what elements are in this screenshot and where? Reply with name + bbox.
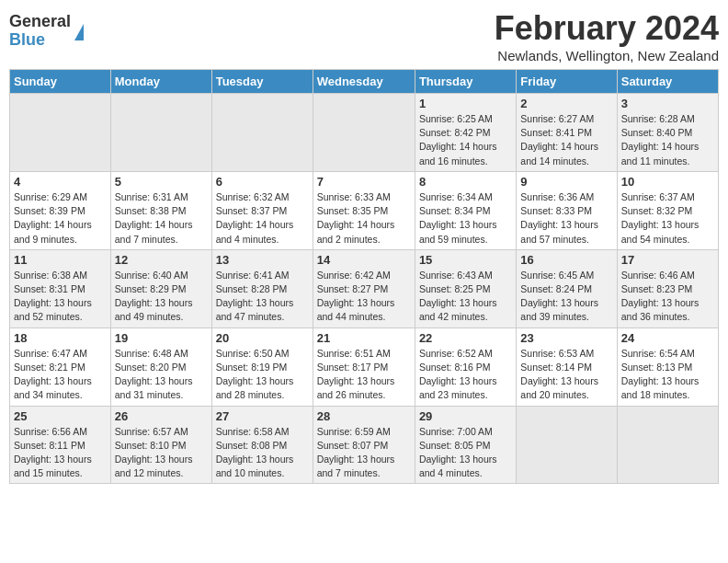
calendar-cell: 18Sunrise: 6:47 AM Sunset: 8:21 PM Dayli…: [10, 327, 111, 406]
day-info: Sunrise: 6:34 AM Sunset: 8:34 PM Dayligh…: [419, 190, 512, 247]
day-info: Sunrise: 6:52 AM Sunset: 8:16 PM Dayligh…: [419, 347, 512, 403]
day-number: 5: [115, 175, 208, 189]
calendar-cell: 14Sunrise: 6:42 AM Sunset: 8:27 PM Dayli…: [313, 249, 415, 327]
weekday-header-friday: Friday: [517, 70, 617, 94]
day-info: Sunrise: 6:38 AM Sunset: 8:31 PM Dayligh…: [14, 269, 107, 325]
weekday-header-saturday: Saturday: [617, 70, 718, 94]
weekday-header-row: SundayMondayTuesdayWednesdayThursdayFrid…: [10, 70, 719, 94]
calendar-cell: [313, 94, 415, 172]
day-number: 11: [14, 253, 107, 267]
calendar-cell: 2Sunrise: 6:27 AM Sunset: 8:41 PM Daylig…: [517, 94, 617, 172]
week-row-5: 25Sunrise: 6:56 AM Sunset: 8:11 PM Dayli…: [10, 406, 719, 484]
logo-text: General Blue: [9, 13, 71, 50]
calendar-cell: 24Sunrise: 6:54 AM Sunset: 8:13 PM Dayli…: [617, 327, 718, 406]
calendar-cell: 10Sunrise: 6:37 AM Sunset: 8:32 PM Dayli…: [617, 171, 718, 249]
location-title: Newlands, Wellington, New Zealand: [495, 48, 719, 63]
day-info: Sunrise: 6:40 AM Sunset: 8:29 PM Dayligh…: [115, 269, 208, 325]
day-number: 10: [621, 175, 714, 189]
day-info: Sunrise: 6:53 AM Sunset: 8:14 PM Dayligh…: [520, 347, 612, 403]
day-number: 13: [216, 253, 309, 267]
day-number: 9: [520, 175, 612, 189]
day-info: Sunrise: 6:36 AM Sunset: 8:33 PM Dayligh…: [520, 190, 612, 247]
day-number: 8: [419, 175, 512, 189]
day-number: 2: [520, 97, 612, 110]
day-number: 22: [419, 331, 512, 345]
day-info: Sunrise: 6:59 AM Sunset: 8:07 PM Dayligh…: [317, 425, 411, 481]
day-info: Sunrise: 6:42 AM Sunset: 8:27 PM Dayligh…: [317, 269, 411, 325]
day-info: Sunrise: 6:37 AM Sunset: 8:32 PM Dayligh…: [621, 190, 714, 247]
day-number: 12: [115, 253, 208, 267]
day-info: Sunrise: 6:57 AM Sunset: 8:10 PM Dayligh…: [115, 425, 208, 481]
day-number: 16: [520, 253, 612, 267]
day-number: 14: [317, 253, 411, 267]
day-number: 6: [216, 175, 309, 189]
calendar-cell: 22Sunrise: 6:52 AM Sunset: 8:16 PM Dayli…: [415, 327, 516, 406]
calendar-cell: 11Sunrise: 6:38 AM Sunset: 8:31 PM Dayli…: [10, 249, 111, 327]
calendar-cell: 1Sunrise: 6:25 AM Sunset: 8:42 PM Daylig…: [415, 94, 516, 172]
title-area: February 2024 Newlands, Wellington, New …: [495, 9, 719, 63]
day-info: Sunrise: 6:45 AM Sunset: 8:24 PM Dayligh…: [520, 269, 612, 325]
month-title: February 2024: [495, 9, 719, 48]
day-number: 18: [14, 331, 107, 345]
logo-general: General: [9, 13, 71, 31]
calendar-table: SundayMondayTuesdayWednesdayThursdayFrid…: [9, 69, 719, 484]
week-row-2: 4Sunrise: 6:29 AM Sunset: 8:39 PM Daylig…: [10, 171, 719, 249]
day-info: Sunrise: 6:51 AM Sunset: 8:17 PM Dayligh…: [317, 347, 411, 403]
day-number: 27: [216, 409, 309, 423]
calendar-cell: 16Sunrise: 6:45 AM Sunset: 8:24 PM Dayli…: [517, 249, 617, 327]
day-info: Sunrise: 6:43 AM Sunset: 8:25 PM Dayligh…: [419, 269, 512, 325]
day-info: Sunrise: 6:32 AM Sunset: 8:37 PM Dayligh…: [216, 190, 309, 247]
day-number: 1: [419, 97, 512, 110]
calendar-cell: 5Sunrise: 6:31 AM Sunset: 8:38 PM Daylig…: [110, 171, 211, 249]
calendar-cell: 17Sunrise: 6:46 AM Sunset: 8:23 PM Dayli…: [617, 249, 718, 327]
day-info: Sunrise: 6:33 AM Sunset: 8:35 PM Dayligh…: [317, 190, 411, 247]
day-info: Sunrise: 6:41 AM Sunset: 8:28 PM Dayligh…: [216, 269, 309, 325]
day-info: Sunrise: 6:25 AM Sunset: 8:42 PM Dayligh…: [419, 112, 512, 168]
calendar-cell: 21Sunrise: 6:51 AM Sunset: 8:17 PM Dayli…: [313, 327, 415, 406]
day-info: Sunrise: 6:28 AM Sunset: 8:40 PM Dayligh…: [621, 112, 714, 168]
day-info: Sunrise: 6:27 AM Sunset: 8:41 PM Dayligh…: [520, 112, 612, 168]
day-number: 23: [520, 331, 612, 345]
calendar-cell: 26Sunrise: 6:57 AM Sunset: 8:10 PM Dayli…: [110, 406, 211, 484]
day-info: Sunrise: 6:48 AM Sunset: 8:20 PM Dayligh…: [115, 347, 208, 403]
day-number: 15: [419, 253, 512, 267]
day-number: 25: [14, 409, 107, 423]
calendar-cell: 20Sunrise: 6:50 AM Sunset: 8:19 PM Dayli…: [211, 327, 313, 406]
calendar-cell: 13Sunrise: 6:41 AM Sunset: 8:28 PM Dayli…: [211, 249, 313, 327]
weekday-header-sunday: Sunday: [10, 70, 111, 94]
calendar-cell: [617, 406, 718, 484]
calendar-cell: [211, 94, 313, 172]
day-info: Sunrise: 7:00 AM Sunset: 8:05 PM Dayligh…: [419, 425, 512, 481]
day-number: 7: [317, 175, 411, 189]
logo-blue: Blue: [9, 31, 71, 50]
weekday-header-monday: Monday: [110, 70, 211, 94]
weekday-header-tuesday: Tuesday: [211, 70, 313, 94]
calendar-cell: 3Sunrise: 6:28 AM Sunset: 8:40 PM Daylig…: [617, 94, 718, 172]
weekday-header-thursday: Thursday: [415, 70, 516, 94]
day-number: 26: [115, 409, 208, 423]
calendar-cell: 8Sunrise: 6:34 AM Sunset: 8:34 PM Daylig…: [415, 171, 516, 249]
calendar-cell: [517, 406, 617, 484]
week-row-3: 11Sunrise: 6:38 AM Sunset: 8:31 PM Dayli…: [10, 249, 719, 327]
calendar-cell: 25Sunrise: 6:56 AM Sunset: 8:11 PM Dayli…: [10, 406, 111, 484]
calendar-cell: 7Sunrise: 6:33 AM Sunset: 8:35 PM Daylig…: [313, 171, 415, 249]
calendar-cell: 28Sunrise: 6:59 AM Sunset: 8:07 PM Dayli…: [313, 406, 415, 484]
day-number: 20: [216, 331, 309, 345]
day-info: Sunrise: 6:56 AM Sunset: 8:11 PM Dayligh…: [14, 425, 107, 481]
header: General Blue February 2024 Newlands, Wel…: [9, 9, 719, 63]
day-info: Sunrise: 6:47 AM Sunset: 8:21 PM Dayligh…: [14, 347, 107, 403]
day-info: Sunrise: 6:31 AM Sunset: 8:38 PM Dayligh…: [115, 190, 208, 247]
calendar-cell: 23Sunrise: 6:53 AM Sunset: 8:14 PM Dayli…: [517, 327, 617, 406]
calendar-cell: 19Sunrise: 6:48 AM Sunset: 8:20 PM Dayli…: [110, 327, 211, 406]
calendar-cell: 12Sunrise: 6:40 AM Sunset: 8:29 PM Dayli…: [110, 249, 211, 327]
day-info: Sunrise: 6:58 AM Sunset: 8:08 PM Dayligh…: [216, 425, 309, 481]
logo: General Blue: [9, 13, 84, 50]
day-info: Sunrise: 6:50 AM Sunset: 8:19 PM Dayligh…: [216, 347, 309, 403]
day-info: Sunrise: 6:29 AM Sunset: 8:39 PM Dayligh…: [14, 190, 107, 247]
day-number: 17: [621, 253, 714, 267]
day-number: 28: [317, 409, 411, 423]
day-number: 24: [621, 331, 714, 345]
day-number: 19: [115, 331, 208, 345]
calendar-cell: 27Sunrise: 6:58 AM Sunset: 8:08 PM Dayli…: [211, 406, 313, 484]
day-number: 3: [621, 97, 714, 110]
